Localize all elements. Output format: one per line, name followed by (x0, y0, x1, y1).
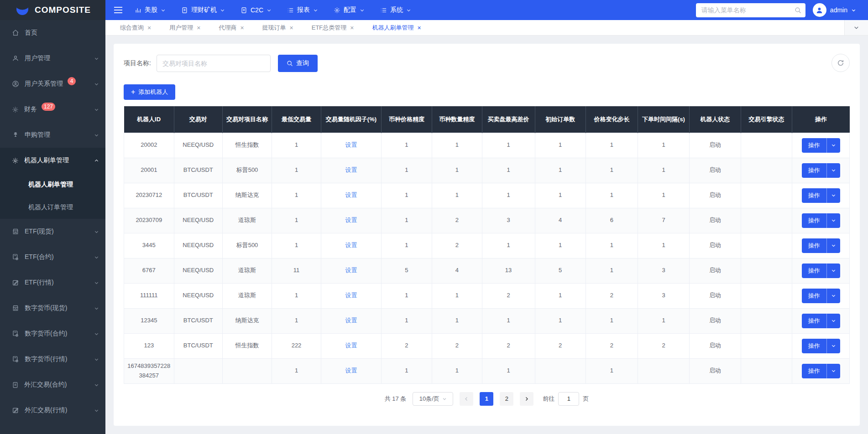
sidebar-item-label: 申购管理 (25, 131, 50, 139)
project-name-label: 项目名称: (124, 59, 151, 67)
close-tab-icon[interactable]: × (240, 25, 244, 31)
chevron-down-icon (360, 8, 365, 13)
nav-item-美股[interactable]: 美股 (135, 6, 166, 14)
row-action-button[interactable]: 操作 (802, 188, 840, 203)
settings-link[interactable]: 设置 (345, 217, 357, 223)
tab-用户管理[interactable]: 用户管理× (161, 20, 209, 35)
user-menu[interactable]: admin (813, 3, 860, 17)
tab-label: 代理商 (219, 24, 236, 32)
sidebar-item-财务[interactable]: 财务127 (0, 97, 105, 122)
sidebar-item-ETF(行情)[interactable]: ETF(行情) (0, 270, 105, 295)
tab-代理商[interactable]: 代理商× (210, 20, 252, 35)
sidebar-item-外汇交易(行情)[interactable]: 外汇交易(行情) (0, 398, 105, 423)
row-action-button[interactable]: 操作 (802, 264, 840, 278)
cell-interval: 2 (638, 333, 690, 358)
sidebar-item-外汇交易(合约)[interactable]: 外汇交易(合约) (0, 372, 105, 398)
settings-link[interactable]: 设置 (345, 292, 357, 299)
tab-综合查询[interactable]: 综合查询× (112, 20, 159, 35)
row-action-button[interactable]: 操作 (802, 138, 840, 153)
settings-link[interactable]: 设置 (345, 367, 357, 374)
cell-robot_status: 启动 (689, 333, 741, 358)
sidebar-item-机器人刷单管理[interactable]: 机器人刷单管理 (0, 148, 105, 173)
close-tab-icon[interactable]: × (350, 25, 354, 31)
logo[interactable]: COMPOSITE (0, 0, 105, 20)
sidebar-item-首页[interactable]: 首页 (0, 20, 105, 46)
sidebar-item-数字货币(合约)[interactable]: 数字货币(合约) (0, 321, 105, 346)
search-icon[interactable] (795, 7, 801, 14)
nav-item-C2C[interactable]: C2C (241, 6, 272, 14)
sidebar-item-数字货币(行情)[interactable]: 数字货币(行情) (0, 346, 105, 372)
settings-link[interactable]: 设置 (345, 141, 357, 148)
settings-link[interactable]: 设置 (345, 166, 357, 173)
sidebar-item-label: 数字货币(行情) (25, 355, 67, 363)
column-header-最低交易量: 最低交易量 (272, 106, 321, 133)
next-page-button[interactable] (520, 392, 533, 406)
cell-action: 操作 (792, 158, 850, 183)
row-action-button[interactable]: 操作 (802, 289, 840, 303)
sidebar-item-数字货币(现货)[interactable]: 数字货币(现货) (0, 295, 105, 321)
settings-link[interactable]: 设置 (345, 267, 357, 274)
row-action-button[interactable]: 操作 (802, 238, 840, 253)
menu-search-input[interactable] (696, 3, 805, 17)
cell-max_spread: 13 (482, 258, 535, 283)
brand-logo-icon (15, 3, 30, 17)
close-tab-icon[interactable]: × (197, 25, 200, 31)
row-action-button[interactable]: 操作 (802, 314, 840, 328)
page-button-2[interactable]: 2 (500, 392, 513, 406)
row-action-label: 操作 (802, 242, 826, 250)
settings-link[interactable]: 设置 (345, 342, 357, 349)
cell-project: 纳斯达克 (223, 183, 272, 208)
cell-action: 操作 (792, 233, 850, 258)
cell-id: 6767 (124, 258, 174, 283)
cell-action: 操作 (792, 308, 850, 333)
cell-pair: NEEQ/USD (174, 233, 222, 258)
plus-icon: + (131, 88, 135, 96)
sidebar-item-用户管理[interactable]: 用户管理 (0, 46, 105, 71)
query-button[interactable]: 查询 (278, 55, 318, 72)
project-name-input[interactable] (157, 55, 271, 72)
sidebar-item-申购管理[interactable]: 申购管理 (0, 122, 105, 148)
sidebar-item-用户关系管理[interactable]: 用户关系管理4 (0, 71, 105, 97)
cell-action: 操作 (792, 333, 850, 358)
settings-link[interactable]: 设置 (345, 191, 357, 198)
tab-label: 提现订单 (262, 24, 286, 32)
nav-item-配置[interactable]: 配置 (334, 6, 365, 14)
cell-project: 标普500 (223, 158, 272, 183)
tab-机器人刷单管理[interactable]: 机器人刷单管理× (364, 20, 429, 35)
nav-item-系统[interactable]: 系统 (380, 6, 411, 14)
cell-engine_status (741, 133, 792, 158)
table-row: 111111NEEQ/USD道琼斯1设置112123启动操作 (124, 283, 850, 308)
row-action-button[interactable]: 操作 (802, 364, 840, 378)
cell-min_volume: 1 (272, 133, 321, 158)
sidebar-item-ETF(现货)[interactable]: ETF(现货) (0, 219, 105, 244)
refresh-button[interactable] (831, 54, 850, 72)
page-button-1[interactable]: 1 (480, 392, 493, 406)
tab-ETF总类管理[interactable]: ETF总类管理× (303, 20, 362, 35)
cell-project: 纳斯达克 (223, 308, 272, 333)
nav-item-理财矿机[interactable]: 理财矿机 (181, 6, 225, 14)
goto-page-input[interactable] (558, 392, 579, 406)
row-action-button[interactable]: 操作 (802, 163, 840, 178)
sidebar-item-ETF(合约)[interactable]: ETF(合约) (0, 244, 105, 270)
sidebar-subitem-机器人刷单管理[interactable]: 机器人刷单管理 (0, 173, 105, 196)
prev-page-button[interactable] (460, 392, 473, 406)
cell-id: 20002 (124, 133, 174, 158)
sidebar-subitem-机器人订单管理[interactable]: 机器人订单管理 (0, 196, 105, 219)
close-tab-icon[interactable]: × (147, 25, 151, 31)
tabs-more-button[interactable] (844, 20, 868, 35)
settings-link[interactable]: 设置 (345, 242, 357, 248)
settings-link[interactable]: 设置 (345, 317, 357, 324)
close-tab-icon[interactable]: × (418, 25, 421, 31)
row-action-button[interactable]: 操作 (802, 213, 840, 228)
row-action-button[interactable]: 操作 (802, 339, 840, 353)
add-robot-button[interactable]: + 添加机器人 (124, 84, 175, 100)
cell-qty_precision: 1 (432, 158, 482, 183)
menu-toggle-icon[interactable] (114, 6, 123, 14)
cell-engine_status (741, 333, 792, 358)
tab-提现订单[interactable]: 提现订单× (254, 20, 302, 35)
nav-item-报表[interactable]: 报表 (287, 6, 318, 14)
cell-factor: 设置 (321, 358, 382, 383)
page-size-select[interactable]: 10条/页 (413, 392, 453, 406)
close-tab-icon[interactable]: × (290, 25, 293, 31)
cell-factor: 设置 (321, 308, 382, 333)
